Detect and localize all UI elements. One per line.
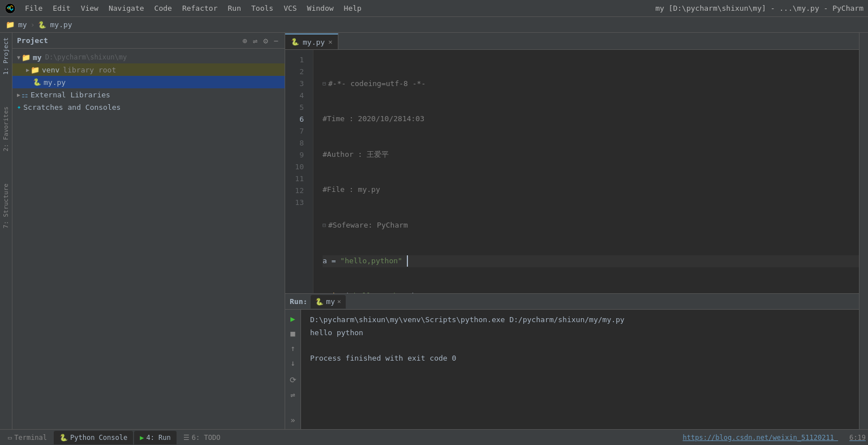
line1-comment: #-*- codeing=utf-8 -*- xyxy=(328,78,426,90)
code-content[interactable]: ⊟ #-*- codeing=utf-8 -*- #Time : 2020/10… xyxy=(313,50,859,293)
run-wrap-button[interactable]: ⇌ xyxy=(287,389,299,400)
output-process: Process finished with exit code 0 xyxy=(310,353,850,365)
code-line-4: #File : my.py xyxy=(323,184,859,196)
run-output: ▶ ■ ↑ ↓ ⟳ ⇌ » D:\pycharm\shixun\my\venv\… xyxy=(285,310,859,429)
menu-run[interactable]: Run xyxy=(224,3,246,14)
tree-scratches[interactable]: ✦ Scratches and Consoles xyxy=(12,101,285,113)
menu-vcs[interactable]: VCS xyxy=(279,3,301,14)
panel-icons: ⊕ ⇌ ⚙ − xyxy=(240,36,280,46)
menu-navigate[interactable]: Navigate xyxy=(104,3,149,14)
left-strip-structure[interactable]: 7: Structure xyxy=(1,179,11,233)
main-area: 1: Project 2: Favorites 7: Structure Pro… xyxy=(0,33,868,429)
tab-close-button[interactable]: ✕ xyxy=(328,38,332,46)
run-label: Run: xyxy=(290,297,307,306)
run-tab-close[interactable]: ✕ xyxy=(337,298,341,305)
menu-help[interactable]: Help xyxy=(340,3,366,14)
line4-comment: #File : my.py xyxy=(323,184,380,196)
fold-marker-1[interactable]: ⊟ xyxy=(323,79,326,88)
line-num-13: 13 xyxy=(285,197,308,209)
run-tab-my[interactable]: 🐍 my ✕ xyxy=(311,295,345,309)
code-editor[interactable]: 1 2 3 4 5 6 7 8 9 10 11 12 13 ⊟ #-*- cod… xyxy=(285,50,859,293)
menu-tools[interactable]: Tools xyxy=(247,3,278,14)
left-strip: 1: Project 2: Favorites 7: Structure xyxy=(0,33,12,429)
run-rerun-button[interactable]: ⟳ xyxy=(287,374,299,386)
window-title: my [D:\pycharm\shixun\my] - ...\my.py - … xyxy=(655,4,863,12)
line-num-1: 1 xyxy=(285,54,308,66)
tree-root-path: D:\pycharm\shixun\my xyxy=(45,53,127,61)
menu-file[interactable]: File xyxy=(20,3,47,14)
python-console-icon: 🐍 xyxy=(59,434,68,442)
py-file-icon: 🐍 xyxy=(33,78,41,86)
right-strip xyxy=(859,33,868,429)
tab-py-icon: 🐍 xyxy=(291,38,299,46)
left-strip-project[interactable]: 1: Project xyxy=(1,33,11,79)
text-cursor xyxy=(402,255,408,267)
tree-mypy[interactable]: 🐍 my.py xyxy=(12,76,285,88)
line6-string: "hello,python" xyxy=(340,255,402,267)
tree-venv[interactable]: ▶ 📁 venv library root xyxy=(12,63,285,76)
line-numbers: 1 2 3 4 5 6 7 8 9 10 11 12 13 xyxy=(285,50,313,293)
line-num-12: 12 xyxy=(285,185,308,197)
editor-tab-bar: 🐍 my.py ✕ xyxy=(285,33,859,50)
line6-eq: = xyxy=(332,255,341,267)
bottom-panel: Run: 🐍 my ✕ ▶ ■ ↑ ↓ ⟳ ⇌ » D:\p xyxy=(285,293,859,429)
tree-root[interactable]: ▼ 📁 my D:\pycharm\shixun\my xyxy=(12,51,285,63)
tree-scratches-name: Scratches and Consoles xyxy=(23,103,121,112)
footer-terminal-tab[interactable]: ▭ Terminal xyxy=(2,431,53,444)
run-scroll-down[interactable]: ↓ xyxy=(287,357,299,369)
sync-icon[interactable]: ⇌ xyxy=(251,36,259,46)
run-scroll-up[interactable]: ↑ xyxy=(287,343,299,354)
breadcrumb-file[interactable]: my.py xyxy=(50,20,72,29)
lib-icon: ⚏ xyxy=(22,91,28,99)
todo-icon: ☰ xyxy=(183,434,190,442)
line-num-3: 3 xyxy=(285,78,308,90)
menu-refactor[interactable]: Refactor xyxy=(178,3,222,14)
panel-header: Project ⊕ ⇌ ⚙ − xyxy=(12,33,285,49)
line-num-10: 10 xyxy=(285,161,308,173)
venv-folder-icon: 📁 xyxy=(31,66,40,74)
line-num-9: 9 xyxy=(285,149,308,161)
run-controls: ▶ ■ ↑ ↓ ⟳ ⇌ » xyxy=(285,310,301,429)
run-tab-name: my xyxy=(326,297,335,306)
footer-url[interactable]: https://blog.csdn.net/weixin_51120211 6:… xyxy=(683,434,866,442)
menu-edit[interactable]: Edit xyxy=(48,3,75,14)
line-num-5: 5 xyxy=(285,102,308,114)
run-tab-icon: 🐍 xyxy=(315,298,324,306)
code-line-2: #Time : 2020/10/2814:03 xyxy=(323,113,859,125)
minimize-icon[interactable]: − xyxy=(272,36,280,46)
footer-python-console-tab[interactable]: 🐍 Python Console xyxy=(54,431,133,444)
tree-external[interactable]: ▶ ⚏ External Libraries xyxy=(12,88,285,101)
menu-code[interactable]: Code xyxy=(150,3,177,14)
menu-window[interactable]: Window xyxy=(303,3,338,14)
run-tab-label: 4: Run xyxy=(146,434,170,442)
breadcrumb-root[interactable]: my xyxy=(18,20,27,29)
terminal-label: Terminal xyxy=(14,434,47,442)
editor-area: 🐍 my.py ✕ 1 2 3 4 5 6 7 8 9 10 11 12 13 xyxy=(285,33,859,429)
code-line-3: #Author : 王爱平 xyxy=(323,149,859,161)
add-icon[interactable]: ⊕ xyxy=(240,36,248,46)
breadcrumb-separator: › xyxy=(31,20,35,29)
editor-tab-mypy[interactable]: 🐍 my.py ✕ xyxy=(285,33,338,49)
output-command-line: D:\pycharm\shixun\my\venv\Scripts\python… xyxy=(310,314,850,326)
run-play-button[interactable]: ▶ xyxy=(287,313,299,324)
panel-title: Project xyxy=(17,36,237,45)
cursor-pos: 6:19 xyxy=(849,434,866,442)
line-num-2: 2 xyxy=(285,66,308,78)
left-strip-favorites[interactable]: 2: Favorites xyxy=(1,102,11,156)
python-console-label: Python Console xyxy=(70,434,127,442)
output-hello: hello python xyxy=(310,327,850,339)
footer-todo-tab[interactable]: ☰ 6: TODO xyxy=(178,431,226,444)
code-line-5: ⊟ #Sofeware: PyCharm xyxy=(323,220,859,232)
folder-icon-small: 📁 xyxy=(6,20,15,29)
line-num-6: 6 xyxy=(285,114,308,126)
settings-icon[interactable]: ⚙ xyxy=(261,36,269,46)
code-line-6: a = "hello,python" xyxy=(323,255,859,267)
project-panel: Project ⊕ ⇌ ⚙ − ▼ 📁 my D:\pycharm\shixun… xyxy=(12,33,285,429)
run-more[interactable]: » xyxy=(287,414,299,426)
footer-run-tab[interactable]: ▶ 4: Run xyxy=(134,431,177,444)
fold-marker-5[interactable]: ⊟ xyxy=(323,221,326,230)
tab-filename: my.py xyxy=(303,38,325,46)
line-num-7: 7 xyxy=(285,126,308,138)
menu-view[interactable]: View xyxy=(76,3,103,14)
run-stop-button[interactable]: ■ xyxy=(287,328,299,339)
